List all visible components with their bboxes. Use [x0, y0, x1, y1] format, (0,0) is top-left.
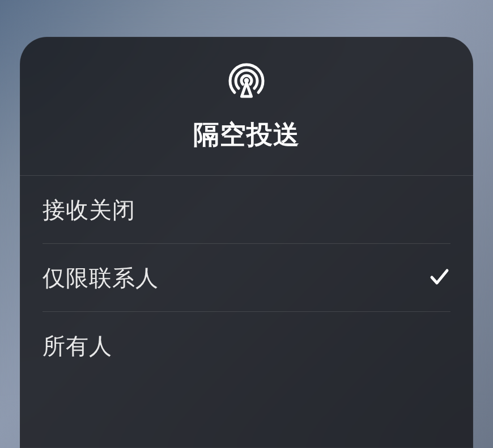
- option-everyone[interactable]: 所有人: [20, 312, 473, 380]
- panel-title: 隔空投送: [193, 117, 300, 153]
- option-label: 仅限联系人: [42, 263, 159, 294]
- options-list: 接收关闭 仅限联系人 所有人: [20, 176, 473, 380]
- option-label: 接收关闭: [42, 195, 135, 226]
- option-receiving-off[interactable]: 接收关闭: [20, 176, 473, 244]
- airdrop-icon: [228, 62, 265, 102]
- checkmark-icon: [428, 265, 450, 290]
- airdrop-panel: 隔空投送 接收关闭 仅限联系人 所有人: [20, 37, 473, 448]
- panel-header: 隔空投送: [20, 37, 473, 176]
- option-label: 所有人: [42, 331, 112, 362]
- option-contacts-only[interactable]: 仅限联系人: [20, 244, 473, 312]
